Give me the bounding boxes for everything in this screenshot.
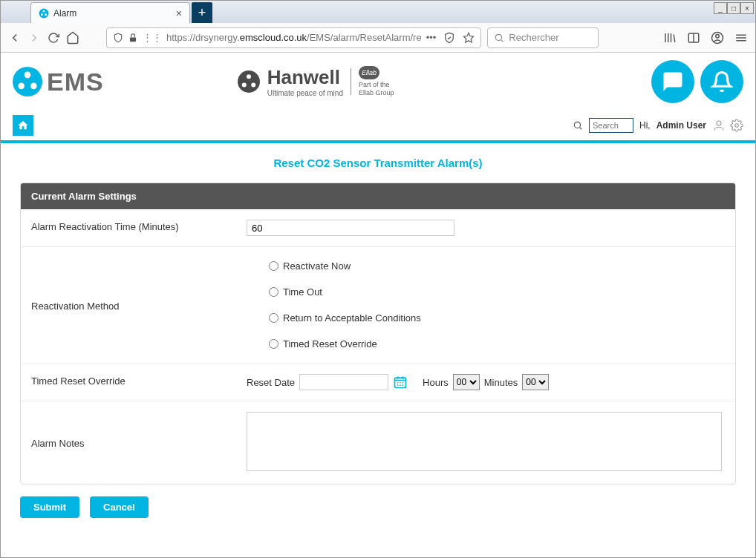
url-text: https://drsynergy.emscloud.co.uk/EMS/ala… [166,32,422,43]
back-icon[interactable] [8,31,22,45]
svg-point-20 [25,72,31,79]
svg-line-28 [580,128,582,130]
svg-point-19 [13,67,42,96]
radio-return-acceptable[interactable]: Return to Acceptable Conditions [269,312,725,324]
minutes-label: Minutes [484,377,518,388]
svg-point-1 [43,10,45,12]
svg-point-35 [397,382,399,384]
window-controls: _ □ × [714,1,755,23]
reactivation-time-input[interactable] [247,220,454,236]
browser-search-bar[interactable]: Rechercher [487,27,599,48]
row-timed-override: Timed Reset Override Reset Date Hours 00… [21,364,735,401]
svg-point-26 [251,82,255,87]
svg-point-23 [238,70,260,93]
ems-logo-text: EMS [47,68,104,96]
search-placeholder: Rechercher [509,32,558,43]
radio-time-out[interactable]: Time Out [269,286,725,298]
library-icon[interactable] [663,31,677,45]
calendar-icon[interactable] [393,375,408,390]
url-bar[interactable]: ⋮⋮ https://drsynergy.emscloud.co.uk/EMS/… [106,27,481,48]
hanwell-logo: Hanwell Ultimate peace of mind Ellab Par… [238,66,394,97]
row-alarm-notes: Alarm Notes [21,401,735,484]
chat-button[interactable] [651,60,694,103]
svg-point-22 [30,83,37,90]
page-search-input[interactable] [589,118,633,133]
search-icon [494,33,504,43]
timed-override-label: Timed Reset Override [31,374,247,387]
page-header: EMS Hanwell Ultimate peace of mind Ellab… [1,53,755,111]
svg-point-29 [717,121,721,125]
panel-header: Current Alarm Settings [21,183,735,209]
svg-point-27 [574,122,580,128]
sidebar-icon[interactable] [687,31,700,45]
alarm-notes-label: Alarm Notes [31,436,247,449]
svg-point-6 [496,34,502,40]
tab-title: Alarm [53,8,172,19]
svg-line-7 [501,39,504,42]
hanwell-tagline: Ultimate peace of mind [267,89,343,97]
tab-close-icon[interactable]: × [176,7,182,19]
bell-icon [711,70,733,93]
hanwell-name: Hanwell [267,66,343,89]
settings-gear-icon[interactable] [730,119,743,132]
ems-logo: EMS [13,67,104,96]
reset-date-label: Reset Date [247,377,295,388]
search-small-icon[interactable] [573,120,583,131]
reset-date-input[interactable] [299,374,388,390]
ellab-text-1: Part of the [359,81,394,89]
home-button[interactable] [13,115,33,136]
menu-icon[interactable] [734,31,748,45]
page-title: Reset CO2 Sensor Transmitter Alarm(s) [1,143,755,183]
subheader-bar: Hi, Admin User [1,111,755,143]
radio-reactivate-now[interactable]: Reactivate Now [269,260,725,272]
svg-point-24 [247,74,251,79]
lock-icon [128,33,138,43]
button-row: Submit Cancel [1,496,755,533]
svg-point-0 [39,8,49,18]
hours-label: Hours [423,377,449,388]
maximize-button[interactable]: □ [727,2,740,14]
svg-marker-5 [464,33,474,42]
svg-line-11 [674,34,675,42]
new-tab-button[interactable]: + [192,2,212,23]
ellab-text-2: Ellab Group [359,89,394,97]
alarm-notes-textarea[interactable] [247,412,722,471]
reload-icon[interactable] [47,31,60,45]
svg-point-21 [18,83,25,90]
svg-point-2 [41,13,43,16]
svg-point-38 [397,384,399,386]
account-icon[interactable] [711,31,724,45]
reactivation-time-label: Alarm Reactivation Time (Minutes) [31,220,247,232]
reactivation-method-label: Reactivation Method [31,299,247,312]
svg-point-25 [241,82,246,87]
close-button[interactable]: × [740,2,754,14]
shield-icon [113,33,123,43]
svg-point-15 [716,34,720,38]
alerts-button[interactable] [700,60,743,103]
favicon-icon [39,8,49,19]
svg-rect-4 [130,37,136,42]
svg-point-37 [403,382,404,384]
browser-navbar: ⋮⋮ https://drsynergy.emscloud.co.uk/EMS/… [1,23,755,53]
hours-select[interactable]: 00 [453,374,480,390]
browser-tab-active[interactable]: Alarm × [30,2,190,23]
reader-shield-icon[interactable] [443,32,455,44]
svg-point-39 [400,384,401,386]
ellab-logo: Ellab [359,66,379,79]
greeting-text: Hi, [639,120,651,131]
home-icon [17,119,29,131]
row-reactivation-method: Reactivation Method Reactivate Now Time … [21,247,735,364]
bookmark-star-icon[interactable] [463,32,475,44]
user-profile-icon[interactable] [712,119,726,132]
submit-button[interactable]: Submit [20,496,79,518]
cancel-button[interactable]: Cancel [90,496,149,518]
minutes-select[interactable]: 00 [522,374,549,390]
ellipsis-icon[interactable]: ••• [426,32,437,44]
row-reactivation-time: Alarm Reactivation Time (Minutes) [21,209,735,247]
radio-timed-reset[interactable]: Timed Reset Override [269,338,725,349]
forward-icon[interactable] [27,31,41,45]
svg-point-36 [400,382,401,384]
minimize-button[interactable]: _ [714,2,727,14]
svg-point-30 [735,124,739,128]
home-nav-icon[interactable] [66,31,79,45]
